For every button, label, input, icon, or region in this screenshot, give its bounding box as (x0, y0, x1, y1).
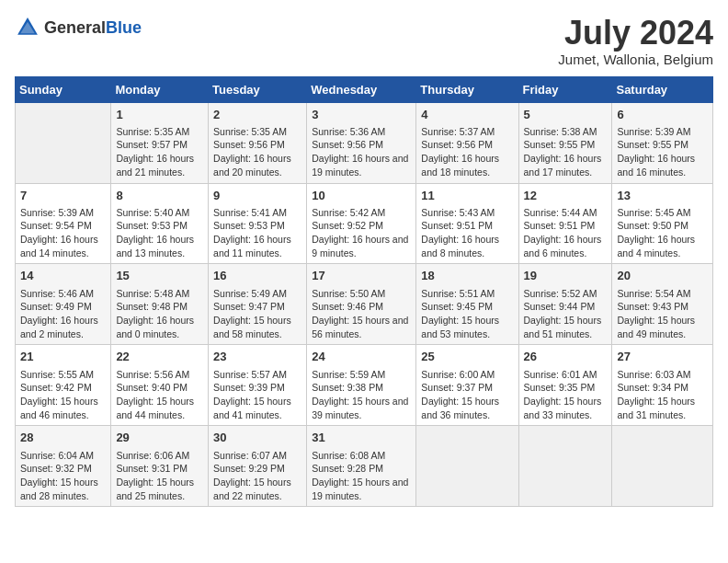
calendar-week-row: 28Sunrise: 6:04 AM Sunset: 9:32 PM Dayli… (16, 426, 713, 507)
calendar-cell: 21Sunrise: 5:55 AM Sunset: 9:42 PM Dayli… (16, 345, 111, 426)
calendar-cell: 10Sunrise: 5:42 AM Sunset: 9:52 PM Dayli… (307, 183, 416, 264)
day-info: Sunrise: 5:59 AM Sunset: 9:38 PM Dayligh… (312, 368, 411, 422)
logo: GeneralBlue (15, 15, 142, 40)
day-info: Sunrise: 5:35 AM Sunset: 9:57 PM Dayligh… (116, 125, 203, 179)
day-number: 24 (312, 349, 411, 365)
day-number: 19 (524, 268, 608, 284)
day-info: Sunrise: 6:04 AM Sunset: 9:32 PM Dayligh… (20, 449, 106, 503)
calendar-cell: 2Sunrise: 5:35 AM Sunset: 9:56 PM Daylig… (209, 102, 307, 183)
day-number: 7 (20, 188, 106, 204)
day-number: 27 (617, 349, 708, 365)
header-day-sunday: Sunday (16, 76, 111, 102)
calendar-cell: 14Sunrise: 5:46 AM Sunset: 9:49 PM Dayli… (16, 264, 111, 345)
day-info: Sunrise: 5:44 AM Sunset: 9:51 PM Dayligh… (524, 206, 608, 260)
day-info: Sunrise: 5:41 AM Sunset: 9:53 PM Dayligh… (213, 206, 301, 260)
header: GeneralBlue July 2024 Jumet, Wallonia, B… (15, 15, 713, 67)
calendar-cell: 13Sunrise: 5:45 AM Sunset: 9:50 PM Dayli… (612, 183, 713, 264)
calendar-cell: 30Sunrise: 6:07 AM Sunset: 9:29 PM Dayli… (209, 426, 307, 507)
day-info: Sunrise: 5:37 AM Sunset: 9:56 PM Dayligh… (421, 125, 513, 179)
calendar-cell: 25Sunrise: 6:00 AM Sunset: 9:37 PM Dayli… (416, 345, 518, 426)
day-number: 6 (617, 107, 708, 123)
day-info: Sunrise: 6:00 AM Sunset: 9:37 PM Dayligh… (421, 368, 513, 422)
day-number: 3 (312, 107, 411, 123)
day-info: Sunrise: 6:08 AM Sunset: 9:28 PM Dayligh… (312, 449, 411, 503)
calendar-cell: 17Sunrise: 5:50 AM Sunset: 9:46 PM Dayli… (307, 264, 416, 345)
day-number: 9 (213, 188, 301, 204)
calendar-cell: 3Sunrise: 5:36 AM Sunset: 9:56 PM Daylig… (307, 102, 416, 183)
day-number: 31 (312, 430, 411, 446)
day-info: Sunrise: 5:39 AM Sunset: 9:54 PM Dayligh… (20, 206, 106, 260)
calendar-cell: 5Sunrise: 5:38 AM Sunset: 9:55 PM Daylig… (518, 102, 612, 183)
day-number: 26 (524, 349, 608, 365)
day-info: Sunrise: 5:39 AM Sunset: 9:55 PM Dayligh… (617, 125, 708, 179)
subtitle: Jumet, Wallonia, Belgium (558, 52, 713, 67)
calendar-week-row: 14Sunrise: 5:46 AM Sunset: 9:49 PM Dayli… (16, 264, 713, 345)
calendar-cell: 1Sunrise: 5:35 AM Sunset: 9:57 PM Daylig… (111, 102, 209, 183)
calendar-cell: 27Sunrise: 6:03 AM Sunset: 9:34 PM Dayli… (612, 345, 713, 426)
calendar-week-row: 1Sunrise: 5:35 AM Sunset: 9:57 PM Daylig… (16, 102, 713, 183)
day-info: Sunrise: 5:46 AM Sunset: 9:49 PM Dayligh… (20, 287, 106, 341)
calendar-cell: 28Sunrise: 6:04 AM Sunset: 9:32 PM Dayli… (16, 426, 111, 507)
calendar-cell: 29Sunrise: 6:06 AM Sunset: 9:31 PM Dayli… (111, 426, 209, 507)
calendar-cell: 31Sunrise: 6:08 AM Sunset: 9:28 PM Dayli… (307, 426, 416, 507)
calendar-cell: 26Sunrise: 6:01 AM Sunset: 9:35 PM Dayli… (518, 345, 612, 426)
calendar-week-row: 21Sunrise: 5:55 AM Sunset: 9:42 PM Dayli… (16, 345, 713, 426)
day-number: 12 (524, 188, 608, 204)
day-number: 8 (116, 188, 203, 204)
calendar-cell (612, 426, 713, 507)
day-number: 21 (20, 349, 106, 365)
day-info: Sunrise: 6:06 AM Sunset: 9:31 PM Dayligh… (116, 449, 203, 503)
calendar-cell: 15Sunrise: 5:48 AM Sunset: 9:48 PM Dayli… (111, 264, 209, 345)
header-day-wednesday: Wednesday (307, 76, 416, 102)
header-day-saturday: Saturday (612, 76, 713, 102)
day-info: Sunrise: 5:40 AM Sunset: 9:53 PM Dayligh… (116, 206, 203, 260)
calendar-cell: 18Sunrise: 5:51 AM Sunset: 9:45 PM Dayli… (416, 264, 518, 345)
day-info: Sunrise: 5:48 AM Sunset: 9:48 PM Dayligh… (116, 287, 203, 341)
day-number: 10 (312, 188, 411, 204)
calendar-cell (16, 102, 111, 183)
calendar-table: SundayMondayTuesdayWednesdayThursdayFrid… (15, 76, 713, 508)
calendar-cell: 12Sunrise: 5:44 AM Sunset: 9:51 PM Dayli… (518, 183, 612, 264)
logo-text-blue: Blue (106, 18, 142, 37)
header-day-friday: Friday (518, 76, 612, 102)
calendar-cell: 23Sunrise: 5:57 AM Sunset: 9:39 PM Dayli… (209, 345, 307, 426)
day-number: 1 (116, 107, 203, 123)
calendar-cell: 6Sunrise: 5:39 AM Sunset: 9:55 PM Daylig… (612, 102, 713, 183)
calendar-cell: 11Sunrise: 5:43 AM Sunset: 9:51 PM Dayli… (416, 183, 518, 264)
day-number: 30 (213, 430, 301, 446)
calendar-cell: 9Sunrise: 5:41 AM Sunset: 9:53 PM Daylig… (209, 183, 307, 264)
day-info: Sunrise: 6:01 AM Sunset: 9:35 PM Dayligh… (524, 368, 608, 422)
day-info: Sunrise: 5:43 AM Sunset: 9:51 PM Dayligh… (421, 206, 513, 260)
day-number: 22 (116, 349, 203, 365)
calendar-cell: 8Sunrise: 5:40 AM Sunset: 9:53 PM Daylig… (111, 183, 209, 264)
day-info: Sunrise: 5:55 AM Sunset: 9:42 PM Dayligh… (20, 368, 106, 422)
day-info: Sunrise: 5:36 AM Sunset: 9:56 PM Dayligh… (312, 125, 411, 179)
day-number: 17 (312, 268, 411, 284)
day-number: 14 (20, 268, 106, 284)
day-number: 28 (20, 430, 106, 446)
day-info: Sunrise: 6:07 AM Sunset: 9:29 PM Dayligh… (213, 449, 301, 503)
day-number: 2 (213, 107, 301, 123)
day-info: Sunrise: 5:45 AM Sunset: 9:50 PM Dayligh… (617, 206, 708, 260)
day-info: Sunrise: 5:57 AM Sunset: 9:39 PM Dayligh… (213, 368, 301, 422)
calendar-week-row: 7Sunrise: 5:39 AM Sunset: 9:54 PM Daylig… (16, 183, 713, 264)
day-info: Sunrise: 5:51 AM Sunset: 9:45 PM Dayligh… (421, 287, 513, 341)
main-title: July 2024 (558, 15, 713, 52)
day-number: 16 (213, 268, 301, 284)
day-info: Sunrise: 5:35 AM Sunset: 9:56 PM Dayligh… (213, 125, 301, 179)
calendar-cell (416, 426, 518, 507)
day-info: Sunrise: 6:03 AM Sunset: 9:34 PM Dayligh… (617, 368, 708, 422)
day-info: Sunrise: 5:49 AM Sunset: 9:47 PM Dayligh… (213, 287, 301, 341)
header-day-thursday: Thursday (416, 76, 518, 102)
day-number: 20 (617, 268, 708, 284)
logo-text-general: General (44, 18, 106, 37)
calendar-cell: 4Sunrise: 5:37 AM Sunset: 9:56 PM Daylig… (416, 102, 518, 183)
day-number: 23 (213, 349, 301, 365)
calendar-header-row: SundayMondayTuesdayWednesdayThursdayFrid… (16, 76, 713, 102)
calendar-cell: 7Sunrise: 5:39 AM Sunset: 9:54 PM Daylig… (16, 183, 111, 264)
calendar-cell: 24Sunrise: 5:59 AM Sunset: 9:38 PM Dayli… (307, 345, 416, 426)
day-number: 13 (617, 188, 708, 204)
calendar-cell: 22Sunrise: 5:56 AM Sunset: 9:40 PM Dayli… (111, 345, 209, 426)
calendar-cell: 19Sunrise: 5:52 AM Sunset: 9:44 PM Dayli… (518, 264, 612, 345)
day-number: 18 (421, 268, 513, 284)
